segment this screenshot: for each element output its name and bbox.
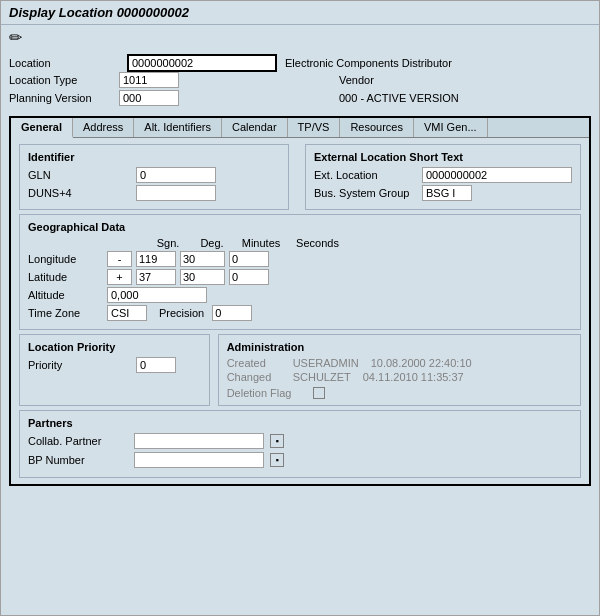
geo-title: Geographical Data bbox=[28, 221, 572, 233]
bus-system-row: Bus. System Group bbox=[314, 185, 572, 201]
gln-input[interactable] bbox=[136, 167, 216, 183]
tabs-header: General Address Alt. Identifiers Calenda… bbox=[11, 118, 589, 138]
header-form: Location Electronic Components Distribut… bbox=[1, 50, 599, 112]
gln-row: GLN bbox=[28, 167, 280, 183]
altitude-input[interactable] bbox=[107, 287, 207, 303]
latitude-sec-input[interactable] bbox=[229, 269, 269, 285]
deletion-row: Deletion Flag bbox=[227, 387, 572, 399]
bus-system-label: Bus. System Group bbox=[314, 187, 414, 199]
longitude-label: Longitude bbox=[28, 253, 103, 265]
bp-number-input[interactable] bbox=[134, 452, 264, 468]
ext-location-input[interactable] bbox=[422, 167, 572, 183]
latitude-min-input[interactable] bbox=[180, 269, 225, 285]
administration-section: Administration Created USERADMIN 10.08.2… bbox=[218, 334, 581, 406]
bottom-sections: Location Priority Priority Administratio… bbox=[19, 334, 581, 406]
identifier-title: Identifier bbox=[28, 151, 280, 163]
collab-partner-input[interactable] bbox=[134, 433, 264, 449]
altitude-label: Altitude bbox=[28, 289, 103, 301]
latitude-deg-input[interactable] bbox=[136, 269, 176, 285]
collab-partner-btn[interactable]: ▪ bbox=[270, 434, 284, 448]
precision-label: Precision bbox=[159, 307, 204, 319]
min-header: Minutes bbox=[236, 237, 286, 249]
created-label: Created bbox=[227, 357, 287, 369]
changed-label: Changed bbox=[227, 371, 287, 383]
altitude-row: Altitude bbox=[28, 287, 572, 303]
ext-location-row: Ext. Location bbox=[314, 167, 572, 183]
bus-system-input[interactable] bbox=[422, 185, 472, 201]
geo-header: Sgn. Deg. Minutes Seconds bbox=[148, 237, 572, 249]
longitude-sec-input[interactable] bbox=[229, 251, 269, 267]
sec-header: Seconds bbox=[290, 237, 345, 249]
changed-row: Changed SCHULZET 04.11.2010 11:35:37 bbox=[227, 371, 572, 383]
deg-header: Deg. bbox=[192, 237, 232, 249]
latitude-sign-input[interactable] bbox=[107, 269, 132, 285]
window-title: Display Location 0000000002 bbox=[9, 5, 189, 20]
planning-version-row: Planning Version 000 - ACTIVE VERSION bbox=[9, 90, 591, 106]
deletion-flag-checkbox[interactable] bbox=[313, 387, 325, 399]
tab-calendar[interactable]: Calendar bbox=[222, 118, 288, 137]
location-desc: Electronic Components Distributor bbox=[285, 57, 452, 69]
edit-icon[interactable]: ✏ bbox=[9, 28, 22, 47]
bp-number-row: BP Number ▪ bbox=[28, 452, 572, 468]
created-date: 10.08.2000 22:40:10 bbox=[371, 357, 472, 369]
latitude-row: Latitude bbox=[28, 269, 572, 285]
admin-title: Administration bbox=[227, 341, 572, 353]
duns-label: DUNS+4 bbox=[28, 187, 128, 199]
duns-input[interactable] bbox=[136, 185, 216, 201]
longitude-min-input[interactable] bbox=[180, 251, 225, 267]
priority-row: Priority bbox=[28, 357, 201, 373]
tab-resources[interactable]: Resources bbox=[340, 118, 414, 137]
location-type-desc: Vendor bbox=[339, 74, 374, 86]
tab-tpvs[interactable]: TP/VS bbox=[288, 118, 341, 137]
created-row: Created USERADMIN 10.08.2000 22:40:10 bbox=[227, 357, 572, 369]
deletion-flag-label: Deletion Flag bbox=[227, 387, 307, 399]
latitude-label: Latitude bbox=[28, 271, 103, 283]
tab-general[interactable]: General bbox=[11, 118, 73, 138]
location-type-input[interactable] bbox=[119, 72, 179, 88]
priority-title: Location Priority bbox=[28, 341, 201, 353]
priority-input[interactable] bbox=[136, 357, 176, 373]
ext-location-label: Ext. Location bbox=[314, 169, 414, 181]
tab-address[interactable]: Address bbox=[73, 118, 134, 137]
location-type-label: Location Type bbox=[9, 74, 119, 86]
gln-label: GLN bbox=[28, 169, 128, 181]
tab-alt-identifiers[interactable]: Alt. Identifiers bbox=[134, 118, 222, 137]
changed-user: SCHULZET bbox=[293, 371, 351, 383]
duns-row: DUNS+4 bbox=[28, 185, 280, 201]
ext-location-title: External Location Short Text bbox=[314, 151, 572, 163]
title-bar: Display Location 0000000002 bbox=[1, 1, 599, 25]
priority-label: Priority bbox=[28, 359, 128, 371]
tabs-container: General Address Alt. Identifiers Calenda… bbox=[9, 116, 591, 486]
location-id-input[interactable] bbox=[127, 54, 277, 72]
bp-number-btn[interactable]: ▪ bbox=[270, 453, 284, 467]
tab-content-general: Identifier GLN DUNS+4 External Location … bbox=[11, 138, 589, 484]
planning-version-input[interactable] bbox=[119, 90, 179, 106]
bp-number-label: BP Number bbox=[28, 454, 128, 466]
planning-version-desc: 000 - ACTIVE VERSION bbox=[339, 92, 459, 104]
precision-input[interactable] bbox=[212, 305, 252, 321]
collab-partner-row: Collab. Partner ▪ bbox=[28, 433, 572, 449]
priority-section: Location Priority Priority bbox=[19, 334, 210, 406]
created-user: USERADMIN bbox=[293, 357, 359, 369]
location-row: Location Electronic Components Distribut… bbox=[9, 54, 591, 72]
main-window: Display Location 0000000002 ✏ Location E… bbox=[0, 0, 600, 616]
timezone-row: Time Zone Precision bbox=[28, 305, 572, 321]
timezone-input[interactable] bbox=[107, 305, 147, 321]
timezone-label: Time Zone bbox=[28, 307, 103, 319]
partners-section: Partners Collab. Partner ▪ BP Number ▪ bbox=[19, 410, 581, 478]
geographical-section: Geographical Data Sgn. Deg. Minutes Seco… bbox=[19, 214, 581, 330]
collab-partner-label: Collab. Partner bbox=[28, 435, 128, 447]
top-sections: Identifier GLN DUNS+4 External Location … bbox=[19, 144, 581, 214]
sgn-header: Sgn. bbox=[148, 237, 188, 249]
identifier-section: Identifier GLN DUNS+4 bbox=[19, 144, 289, 210]
partners-title: Partners bbox=[28, 417, 572, 429]
longitude-row: Longitude bbox=[28, 251, 572, 267]
external-location-section: External Location Short Text Ext. Locati… bbox=[305, 144, 581, 210]
longitude-deg-input[interactable] bbox=[136, 251, 176, 267]
tab-vmi-gen[interactable]: VMI Gen... bbox=[414, 118, 488, 137]
location-type-row: Location Type Vendor bbox=[9, 72, 591, 88]
changed-date: 04.11.2010 11:35:37 bbox=[363, 371, 464, 383]
longitude-sign-input[interactable] bbox=[107, 251, 132, 267]
planning-version-label: Planning Version bbox=[9, 92, 119, 104]
location-label: Location bbox=[9, 57, 119, 69]
